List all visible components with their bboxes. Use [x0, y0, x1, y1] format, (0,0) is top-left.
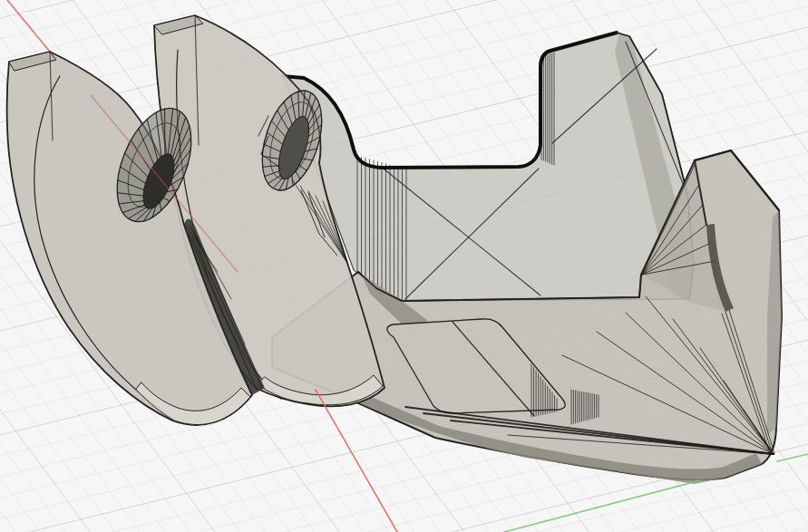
cad-viewport-window [0, 0, 808, 532]
3d-viewport[interactable] [0, 0, 808, 532]
